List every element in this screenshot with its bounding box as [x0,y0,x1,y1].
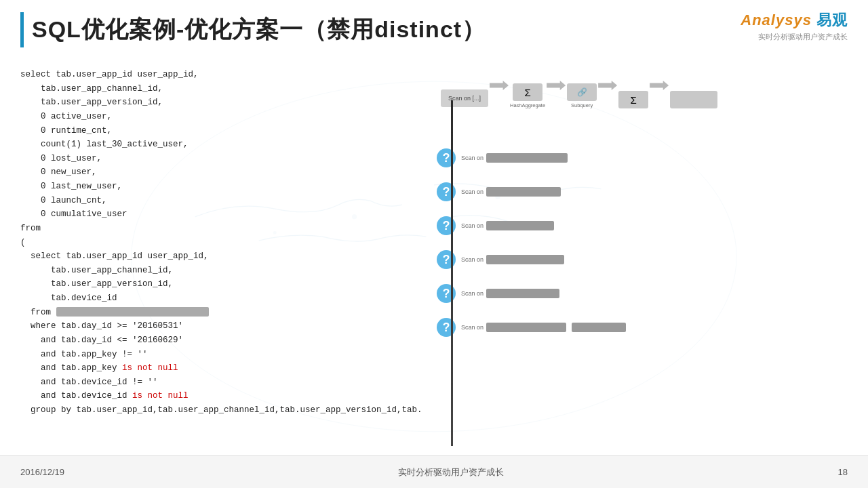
diagram-row-3: ? Scan on [434,210,854,241]
pipe-icon-sub: 🔗 [567,83,597,101]
blurred-block-4 [486,255,564,264]
qmark-col-3: ? [434,216,461,235]
footer-date: 2016/12/19 [20,467,64,477]
pipe-node-end [670,91,717,108]
sql-line-7: 0 lost_user, [20,152,400,166]
sql-line-6: count(1) last_30_active_user, [20,138,400,152]
blurred-block-5 [486,289,559,298]
logo-yiguan: 易观 [816,12,848,28]
blurred-block-6b [572,323,626,332]
pipe-label-sub: Subquery [571,102,593,108]
sql-line-group: group by tab.user_app_id,tab.user_app_ch… [20,403,400,418]
sql-line-14: tab.user_app_version_id, [20,277,400,291]
sql-line-11: 0 cumulative_user [20,207,400,222]
diagram-row-5: ? Scan on [434,278,854,309]
sql-line-10: 0 launch_cnt, [20,194,400,208]
logo-analysys: Analysys [741,12,812,28]
sql-line-from2: from [20,306,400,320]
diagram-rows: ? Scan on ? Scan on [434,142,854,343]
sql-line-from: from [20,222,400,236]
sql-line-1: select tab.user_app_id user_app_id, [20,68,400,82]
pipe-icon-hash: Σ [513,83,542,101]
title-accent [20,12,24,47]
title-bar: SQL优化案例-优化方案一（禁用distinct） [20,12,848,47]
vertical-divider [451,100,453,446]
scan-col-6: Scan on [461,323,854,332]
diagram-panel: Scan on [...] Σ HashAggregate 🔗 Subquery [420,61,868,454]
sql-line-and1: and tab.day_id <= '20160629' [20,333,400,348]
footer: 2016/12/19 实时分析驱动用户资产成长 18 [0,455,868,488]
scan-label-1: Scan on [461,155,484,161]
sql-line-3: tab.user_app_version_id, [20,96,400,110]
sql-line-8: 0 new_user, [20,165,400,180]
pipe-end-bar [670,91,717,108]
logo-brand: Analysys 易观 [741,10,848,30]
blurred-block-6 [486,323,566,332]
qmark-col-6: ? [434,318,461,337]
sql-line-15: tab.device_id [20,291,400,306]
scan-col-3: Scan on [461,221,854,230]
pipe-node-hash: Σ HashAggregate [510,83,545,108]
sql-blurred-table [56,307,209,317]
qmark-col-4: ? [434,250,461,269]
scan-label-4: Scan on [461,256,484,263]
blurred-block-3 [486,221,554,230]
diagram-row-2: ? Scan on [434,176,854,207]
sql-line-and4: and tab.device_id != '' [20,375,400,390]
pipe-node-sigma: Σ [618,91,648,108]
blurred-block-1 [486,153,568,163]
diagram-row-4: ? Scan on [434,244,854,275]
pipe-label-hash: HashAggregate [510,102,545,108]
pipe-arrow-1 [490,81,509,90]
diagram-row-1: ? Scan on [434,142,854,174]
pipeline-top: Scan on [...] Σ HashAggregate 🔗 Subquery [434,68,854,108]
logo-subtitle: 实时分析驱动用户资产成长 [758,32,848,42]
sql-line-5: 0 runtime_cnt, [20,124,400,138]
main-content: select tab.user_app_id user_app_id, tab.… [0,61,868,454]
sql-line-9: 0 last_new_user, [20,180,400,194]
sql-line-and2: and tab.app_key != '' [20,348,400,362]
sql-line-2: tab.user_app_channel_id, [20,82,400,96]
scan-label-6: Scan on [461,324,484,331]
pipe-arrow-4 [650,81,669,90]
qmark-col-5: ? [434,284,461,303]
sql-line-12: select tab.user_app_id user_app_id, [20,249,400,264]
footer-page: 18 [838,467,848,477]
scan-label-2: Scan on [461,188,484,195]
logo-area: Analysys 易观 实时分析驱动用户资产成长 [741,10,848,42]
pipe-arrow-3 [598,81,617,90]
sql-line-and5: and tab.device_id is not null [20,389,400,403]
diagram-row-6: ? Scan on [434,312,854,343]
page-title: SQL优化案例-优化方案一（禁用distinct） [32,14,486,45]
scan-label-3: Scan on [461,222,484,229]
pipe-icon-scan: Scan on [...] [441,89,488,107]
sql-line-paren: ( [20,236,400,250]
pipe-node-scan: Scan on [...] [441,89,488,108]
sql-line-where: where tab.day_id >= '20160531' [20,319,400,333]
sql-line-13: tab.user_app_channel_id, [20,264,400,278]
sql-code-panel: select tab.user_app_id user_app_id, tab.… [0,61,420,454]
sql-line-4: 0 active_user, [20,110,400,124]
scan-col-5: Scan on [461,289,854,298]
scan-col-1: Scan on [461,153,854,163]
qmark-col-2: ? [434,182,461,201]
scan-col-2: Scan on [461,187,854,197]
sql-line-and3: and tab.app_key is not null [20,361,400,375]
qmark-col-1: ? [434,148,461,167]
blurred-block-2 [486,187,561,197]
scan-label-5: Scan on [461,290,484,297]
pipe-icon-sigma: Σ [618,91,648,108]
scan-col-4: Scan on [461,255,854,264]
pipe-arrow-2 [547,81,566,90]
footer-slogan: 实时分析驱动用户资产成长 [398,466,504,479]
pipe-node-sub: 🔗 Subquery [567,83,597,108]
